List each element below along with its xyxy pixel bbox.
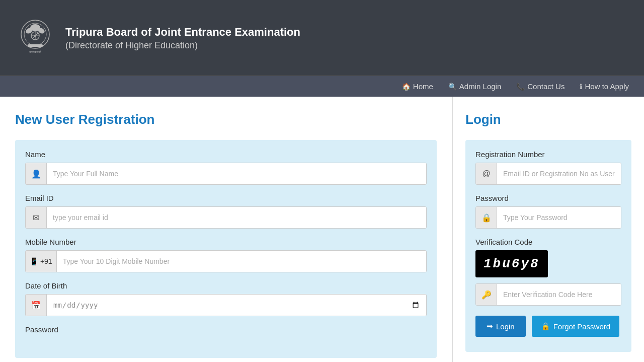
login-button-row: ➡ Login 🔒 Forgot Password xyxy=(475,316,621,337)
main-content: New User Registration Name 👤 Email ID ✉ xyxy=(0,97,644,362)
nav-how-to-apply[interactable]: ℹ How to Apply xyxy=(580,82,629,91)
header-title-line1: Tripura Board of Joint Entrance Examinat… xyxy=(65,25,300,40)
email-label: Email ID xyxy=(25,194,427,202)
captcha-text: 1bu6y8 xyxy=(484,256,540,271)
forgot-password-button[interactable]: 🔒 Forgot Password xyxy=(532,316,619,337)
captcha-image: 1bu6y8 xyxy=(475,250,548,277)
emblem-logo: सत्यमेव जयते xyxy=(15,17,55,59)
email-icon: ✉ xyxy=(26,207,47,228)
reg-password-label: Password xyxy=(25,325,427,334)
mobile-label: Mobile Number xyxy=(25,238,427,246)
person-icon: 👤 xyxy=(26,163,47,184)
login-title: Login xyxy=(465,112,631,127)
verification-input[interactable] xyxy=(497,284,621,305)
dob-label: Date of Birth xyxy=(25,281,427,290)
info-icon: ℹ xyxy=(580,83,582,91)
login-button[interactable]: ➡ Login xyxy=(475,316,526,337)
login-password-input-wrapper: 🔒 xyxy=(475,206,621,229)
login-arrow-icon: ➡ xyxy=(487,322,493,331)
admin-icon: 🔍 xyxy=(448,83,457,91)
registration-title: New User Registration xyxy=(15,112,437,127)
mobile-prefix: 📱 +91 xyxy=(26,251,57,272)
page-header: सत्यमेव जयते Tripura Board of Joint Entr… xyxy=(0,0,644,76)
login-reg-field-group: Registration Number @ xyxy=(475,150,621,185)
login-form: Registration Number @ Password 🔒 Verific… xyxy=(465,140,631,352)
email-input-wrapper: ✉ xyxy=(25,206,427,229)
mobile-input-wrapper: 📱 +91 xyxy=(25,250,427,272)
key-icon: 🔑 xyxy=(476,284,497,305)
forgot-password-label: Forgot Password xyxy=(553,322,610,331)
nav-contact[interactable]: 📞 Contact Us xyxy=(516,82,565,91)
calendar-icon: 📅 xyxy=(26,295,47,316)
at-icon: @ xyxy=(476,163,497,184)
svg-text:सत्यमेव जयते: सत्यमेव जयते xyxy=(29,50,41,53)
verification-label: Verification Code xyxy=(475,238,621,246)
header-title-line2: (Directorate of Higher Education) xyxy=(65,40,300,51)
phone-icon: 📞 xyxy=(516,83,525,91)
verification-field-group: Verification Code 1bu6y8 🔑 xyxy=(475,238,621,306)
mobile-input[interactable] xyxy=(57,251,426,272)
name-field-group: Name 👤 xyxy=(25,150,427,185)
name-label: Name xyxy=(25,150,427,159)
login-reg-label: Registration Number xyxy=(475,150,621,159)
login-password-label: Password xyxy=(475,194,621,202)
login-reg-input[interactable] xyxy=(497,163,621,184)
nav-home-label: Home xyxy=(413,82,433,91)
name-input[interactable] xyxy=(47,163,426,184)
verification-input-wrapper: 🔑 xyxy=(475,283,621,306)
login-panel: Login Registration Number @ Password 🔒 xyxy=(453,97,644,362)
nav-admin-label: Admin Login xyxy=(459,82,501,91)
home-icon: 🏠 xyxy=(402,83,411,91)
name-input-wrapper: 👤 xyxy=(25,163,427,185)
email-input[interactable] xyxy=(47,207,426,228)
login-reg-input-wrapper: @ xyxy=(475,163,621,185)
login-password-input[interactable] xyxy=(497,207,621,228)
registration-form: Name 👤 Email ID ✉ Mobile Number 📱 +91 xyxy=(15,140,437,358)
nav-how-label: How to Apply xyxy=(585,82,629,91)
svg-rect-11 xyxy=(28,44,43,47)
reg-password-field-group: Password xyxy=(25,325,427,334)
forgot-lock-icon: 🔒 xyxy=(541,322,550,331)
dob-field-group: Date of Birth 📅 xyxy=(25,281,427,316)
nav-home[interactable]: 🏠 Home xyxy=(402,82,433,91)
email-field-group: Email ID ✉ xyxy=(25,194,427,229)
nav-admin-login[interactable]: 🔍 Admin Login xyxy=(448,82,501,91)
dob-input-wrapper: 📅 xyxy=(25,294,427,316)
dob-input[interactable] xyxy=(47,295,426,316)
mobile-field-group: Mobile Number 📱 +91 xyxy=(25,238,427,272)
header-text-block: Tripura Board of Joint Entrance Examinat… xyxy=(65,25,300,51)
navbar: 🏠 Home 🔍 Admin Login 📞 Contact Us ℹ How … xyxy=(0,76,644,97)
login-button-label: Login xyxy=(496,322,515,331)
nav-contact-label: Contact Us xyxy=(527,82,565,91)
lock-icon: 🔒 xyxy=(476,207,497,228)
login-password-field-group: Password 🔒 xyxy=(475,194,621,229)
registration-panel: New User Registration Name 👤 Email ID ✉ xyxy=(0,97,453,362)
